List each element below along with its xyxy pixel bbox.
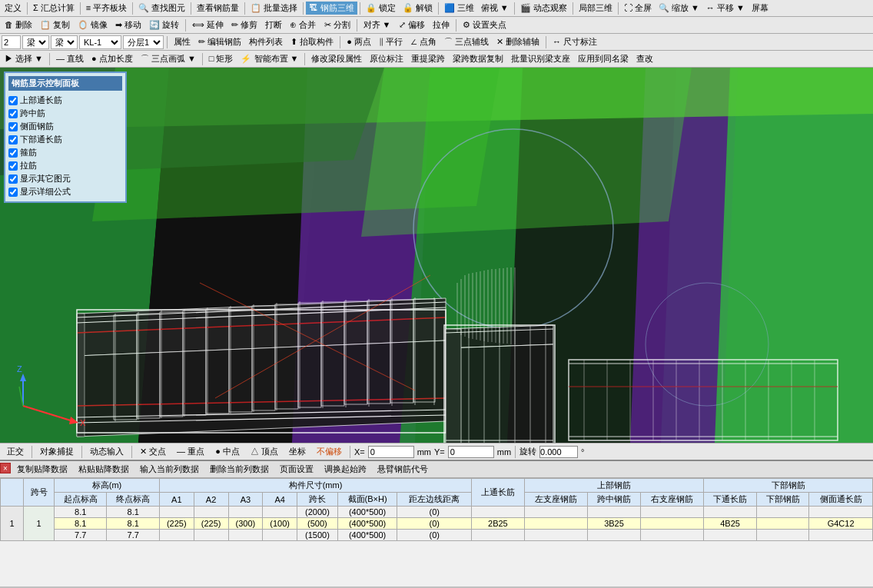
btn-no-offset[interactable]: 不偏移	[313, 444, 346, 459]
btn-rect[interactable]: □ 矩形	[206, 52, 237, 65]
btn-set-grip[interactable]: ⚙ 设置夹点	[460, 18, 510, 32]
btn-find-element[interactable]: 🔍 查找图元	[135, 2, 188, 15]
btn-sum[interactable]: Σ 汇总计算	[30, 2, 78, 15]
btn-zoom[interactable]: 🔍 缩放 ▼	[656, 2, 702, 15]
btn-endpoint[interactable]: — 重点	[173, 444, 208, 459]
cell-section-1b[interactable]: (400*500)	[337, 518, 397, 530]
x-input[interactable]	[368, 446, 414, 458]
cell-right-sup-1c[interactable]	[640, 530, 704, 541]
cell-top-through-1c[interactable]	[472, 530, 524, 541]
btn-rebar-3d[interactable]: 🏗 钢筋三维	[306, 2, 357, 15]
cell-edge-1c[interactable]: (0)	[397, 530, 472, 541]
btn-modify-beam-prop[interactable]: 修改梁段属性	[308, 52, 365, 65]
cell-left-sup-1a[interactable]	[524, 507, 588, 518]
btn-view-rebar[interactable]: 查看钢筋量	[194, 2, 242, 15]
btn-point-angle[interactable]: ∠ 点角	[407, 35, 440, 48]
btn-local-3d[interactable]: 局部三维	[576, 2, 616, 15]
cell-top-through-1a[interactable]	[472, 507, 524, 518]
cb-mid-bar[interactable]: 跨中筋	[8, 107, 122, 120]
btn-merge[interactable]: ⊕ 合并	[287, 18, 319, 32]
btn-trim[interactable]: ✏ 修剪	[228, 18, 261, 32]
cell-side-1a[interactable]	[809, 507, 873, 518]
btn-split[interactable]: ✂ 分割	[321, 18, 354, 32]
btn-paste-descent[interactable]: 粘贴贴降数据	[74, 463, 134, 476]
btn-smart-layout[interactable]: ⚡ 智能布置 ▼	[237, 52, 301, 65]
btn-3d[interactable]: 🟦 三维	[441, 2, 477, 15]
btn-fullscreen[interactable]: ⛶ 全屏	[621, 2, 655, 15]
btn-batch-select[interactable]: 📋 批量选择	[247, 2, 300, 15]
layer-num-input[interactable]	[2, 35, 21, 49]
cb-side-bar[interactable]: 侧面钢筋	[8, 120, 122, 133]
cell-bot-through-1b[interactable]: 4B25	[704, 518, 756, 530]
btn-vertex[interactable]: △ 顶点	[247, 444, 282, 459]
cell-span-1b[interactable]: (500)	[297, 518, 338, 530]
btn-stretch[interactable]: 拉伸	[430, 18, 453, 32]
btn-copy-span-data[interactable]: 梁跨数据复制	[450, 52, 506, 65]
btn-dynamic-view[interactable]: 🎬 动态观察	[517, 2, 570, 15]
btn-midpoint[interactable]: ● 中点	[211, 444, 244, 459]
cell-side-1c[interactable]	[809, 530, 873, 541]
btn-extend[interactable]: ⟺ 延伸	[189, 18, 227, 32]
btn-dynamic-input[interactable]: 动态输入	[86, 444, 128, 459]
cell-elev-end-1a[interactable]: 8.1	[107, 507, 159, 518]
btn-edit-rebar[interactable]: ✏ 编辑钢筋	[195, 35, 244, 48]
cell-a4-1b[interactable]: (100)	[263, 518, 297, 530]
main-viewport[interactable]: 9 Z X 钢筋显示控制面板 上部通长筋 跨中筋 侧面钢筋 下部通	[0, 68, 873, 443]
btn-intersection[interactable]: ✕ 交点	[136, 444, 170, 459]
cell-mid-1a[interactable]	[588, 507, 640, 518]
cb-detail-formula[interactable]: 显示详细公式	[8, 185, 122, 198]
cell-section-1a[interactable]: (400*500)	[337, 507, 397, 518]
btn-offset[interactable]: ⤢ 偏移	[396, 18, 428, 32]
data-table-wrapper[interactable]: 跨号 标高(m) 构件尺寸(mm) 上通长筋 上部钢筋 下部钢筋 起点标高 终点…	[0, 478, 873, 586]
btn-copy[interactable]: 📋 复制	[37, 18, 73, 32]
cb-bottom-through[interactable]: 下部通长筋	[8, 133, 122, 146]
cell-elev-start-1a[interactable]: 8.1	[55, 507, 107, 518]
btn-pan[interactable]: ↔ 平移 ▼	[703, 2, 748, 15]
btn-rotate[interactable]: 🔄 旋转	[146, 18, 182, 32]
name-select[interactable]: KL-1	[79, 35, 121, 49]
cell-a3-1b[interactable]: (300)	[228, 518, 263, 530]
cell-span-1a[interactable]: (2000)	[297, 507, 338, 518]
btn-top-view[interactable]: 俯视 ▼	[478, 2, 512, 15]
btn-screen[interactable]: 屏幕	[749, 2, 772, 15]
cell-bot-through-1c[interactable]	[704, 530, 756, 541]
btn-mirror[interactable]: 🪞 镜像	[75, 18, 111, 32]
btn-arc[interactable]: ⌒ 三点画弧 ▼	[138, 52, 199, 65]
btn-break[interactable]: 打断	[262, 18, 285, 32]
cell-section-1c[interactable]: (400*500)	[337, 530, 397, 541]
cell-mid-1b[interactable]: 3B25	[588, 518, 640, 530]
cell-a2-1c[interactable]	[194, 530, 228, 541]
layer-select[interactable]: 分层1	[123, 35, 164, 49]
btn-align-board[interactable]: ≡ 平齐板块	[83, 2, 130, 15]
cell-a4-1a[interactable]	[263, 507, 297, 518]
cb-stirrup[interactable]: 箍筋	[8, 146, 122, 159]
cell-top-through-1b[interactable]: 2B25	[472, 518, 524, 530]
cell-span-1c[interactable]: (1500)	[297, 530, 338, 541]
cb-tie-bar[interactable]: 拉筋	[8, 159, 122, 172]
cell-a2-1b[interactable]: (225)	[194, 518, 228, 530]
type2-select[interactable]: 梁	[51, 35, 78, 49]
cell-left-sup-1c[interactable]	[524, 530, 588, 541]
btn-lock[interactable]: 🔒 锁定	[363, 2, 399, 15]
cell-right-sup-1b[interactable]	[640, 518, 704, 530]
btn-define[interactable]: 定义	[2, 2, 25, 15]
btn-del-aux[interactable]: ✕ 删除辅轴	[493, 35, 543, 48]
cell-edge-1a[interactable]: (0)	[397, 507, 472, 518]
btn-batch-identify[interactable]: 批量识别梁支座	[508, 52, 573, 65]
cell-a1-1a[interactable]	[159, 507, 194, 518]
cell-bot-through-1a[interactable]	[704, 507, 756, 518]
rotate-input[interactable]	[539, 446, 578, 458]
cell-right-sup-1a[interactable]	[640, 507, 704, 518]
btn-three-point-aux[interactable]: ⌒ 三点辅线	[441, 35, 492, 48]
y-input[interactable]	[448, 446, 494, 458]
cell-side-1b[interactable]: G4C12	[809, 518, 873, 530]
btn-swap-span[interactable]: 调换起始跨	[320, 463, 371, 476]
cell-edge-1b[interactable]: (0)	[397, 518, 472, 530]
btn-dimension[interactable]: ↔ 尺寸标注	[549, 35, 600, 48]
cell-a2-1a[interactable]	[194, 507, 228, 518]
cell-elev-start-1c[interactable]: 7.7	[55, 530, 107, 541]
btn-re-extract-span[interactable]: 重提梁跨	[408, 52, 448, 65]
cell-bot-rebar-1b[interactable]	[756, 518, 808, 530]
cell-elev-end-1c[interactable]: 7.7	[107, 530, 159, 541]
btn-ortho[interactable]: 正交	[3, 444, 28, 459]
